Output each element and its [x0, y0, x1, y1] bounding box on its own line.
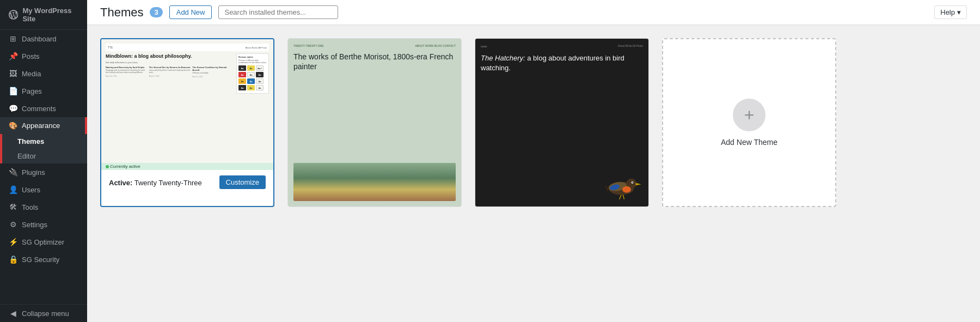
- svg-line-10: [623, 195, 624, 199]
- tt2-logo: ∞∞: [481, 44, 487, 49]
- active-text: Active:: [109, 179, 132, 187]
- sidebar-item-posts[interactable]: 📌 Posts: [0, 47, 87, 65]
- sidebar-item-appearance[interactable]: 🎨 Appearance: [0, 117, 87, 134]
- sidebar-item-editor[interactable]: Editor: [2, 149, 87, 163]
- sg-security-icon: 🔒: [9, 255, 17, 264]
- sidebar-item-users[interactable]: 👤 Users: [0, 181, 87, 198]
- sidebar: My WordPress Site ⊞ Dashboard 📌 Posts 🖼 …: [0, 0, 87, 322]
- site-name: My WordPress Site: [22, 7, 78, 23]
- comments-icon: 💬: [9, 104, 17, 113]
- themes-grid: TTE About Books All Posts Mindblown: a b…: [87, 25, 980, 220]
- add-new-theme-card[interactable]: + Add New Theme: [662, 38, 836, 207]
- sidebar-item-label: Users: [22, 186, 40, 194]
- svg-point-4: [622, 186, 631, 193]
- tt1-nav-links: ABOUT WORK BLOG CONTACT: [415, 44, 456, 47]
- appearance-submenu: Themes Editor: [0, 134, 87, 163]
- help-label: Help: [940, 8, 955, 16]
- page-title: Themes: [100, 5, 143, 20]
- theme-count-badge: 3: [150, 7, 162, 17]
- sidebar-item-comments[interactable]: 💬 Comments: [0, 100, 87, 117]
- sidebar-item-label: Pages: [22, 87, 42, 95]
- appearance-section: 🎨 Appearance Themes Editor: [0, 117, 87, 163]
- collapse-label: Collapse menu: [22, 309, 69, 318]
- topbar: Themes 3 Add New Help ▾: [87, 0, 980, 25]
- theme-info-tt1: Twenty Twenty-One: [288, 206, 461, 207]
- dashboard-icon: ⊞: [9, 34, 17, 43]
- sidebar-item-label: Comments: [22, 105, 56, 113]
- tt1-hero-text: The works of Berthe Morisot, 1800s-era F…: [293, 52, 456, 71]
- theme-thumbnail-tt3: TTE About Books All Posts Mindblown: a b…: [101, 39, 273, 170]
- theme-thumbnail-tt2: ∞∞ About Birds All Posts The Hatchery: a…: [475, 39, 648, 206]
- theme-thumbnail-tt1: TWENTY TWENTY-ONE ABOUT WORK BLOG CONTAC…: [288, 39, 461, 206]
- users-icon: 👤: [9, 185, 17, 194]
- svg-marker-2: [636, 183, 641, 186]
- main-content: Themes 3 Add New Help ▾ TTE About Books …: [87, 0, 980, 322]
- tools-icon: 🛠: [9, 203, 17, 211]
- settings-icon: ⚙: [9, 220, 17, 229]
- sidebar-item-label: Dashboard: [22, 35, 57, 43]
- theme-card-tt3[interactable]: TTE About Books All Posts Mindblown: a b…: [100, 38, 274, 207]
- sidebar-item-label: Appearance: [22, 121, 60, 130]
- tt2-hero-text: The Hatchery: a blog about adventures in…: [481, 53, 643, 73]
- chevron-down-icon: ▾: [957, 8, 961, 16]
- sg-optimizer-icon: ⚡: [9, 238, 17, 246]
- appearance-icon: 🎨: [9, 121, 17, 130]
- sidebar-item-label: SG Security: [22, 256, 59, 264]
- customize-button[interactable]: Customize: [219, 175, 266, 189]
- sidebar-item-label: Posts: [22, 52, 40, 60]
- theme-active-info: Active: Twenty Twenty-Three: [109, 178, 202, 187]
- tt1-nav: TWENTY TWENTY-ONE ABOUT WORK BLOG CONTAC…: [293, 44, 456, 47]
- search-input[interactable]: [218, 5, 338, 19]
- sidebar-item-sg-security[interactable]: 🔒 SG Security: [0, 251, 87, 268]
- active-theme-name: Twenty Twenty-Three: [134, 179, 202, 187]
- sidebar-item-label: Tools: [22, 203, 38, 211]
- sidebar-item-sg-optimizer[interactable]: ⚡ SG Optimizer: [0, 233, 87, 251]
- theme-card-tt2[interactable]: ∞∞ About Birds All Posts The Hatchery: a…: [475, 38, 649, 207]
- sidebar-item-tools[interactable]: 🛠 Tools: [0, 198, 87, 216]
- svg-marker-8: [605, 185, 609, 192]
- sidebar-item-plugins[interactable]: 🔌 Plugins: [0, 163, 87, 181]
- wp-logo[interactable]: My WordPress Site: [0, 0, 87, 30]
- tt2-nav-links: About Birds All Posts: [618, 44, 643, 49]
- sidebar-item-media[interactable]: 🖼 Media: [0, 65, 87, 82]
- svg-line-9: [620, 195, 621, 199]
- sidebar-item-label: Media: [22, 70, 41, 78]
- tt2-bird-image: [599, 168, 643, 201]
- sidebar-item-dashboard[interactable]: ⊞ Dashboard: [0, 30, 87, 47]
- tt1-site-title: TWENTY TWENTY-ONE: [293, 44, 323, 47]
- collapse-icon: ◀: [9, 309, 17, 318]
- sidebar-bottom: ◀ Collapse menu: [0, 304, 87, 322]
- active-label: Active: Twenty Twenty-Three: [109, 179, 202, 187]
- sidebar-item-themes[interactable]: Themes: [2, 134, 87, 149]
- add-new-button[interactable]: Add New: [169, 5, 212, 19]
- theme-info-tt3: Active: Twenty Twenty-Three Customize: [101, 170, 273, 195]
- sidebar-item-settings[interactable]: ⚙ Settings: [0, 216, 87, 233]
- add-new-theme-label: Add New Theme: [721, 138, 777, 147]
- theme-info-tt2: Twenty Twenty-Two: [475, 206, 648, 207]
- media-icon: 🖼: [9, 69, 17, 78]
- svg-point-6: [632, 182, 633, 183]
- collapse-menu-button[interactable]: ◀ Collapse menu: [0, 305, 87, 322]
- tt1-image: [293, 163, 456, 201]
- plus-icon: +: [733, 99, 765, 131]
- pages-icon: 📄: [9, 87, 17, 95]
- plugins-icon: 🔌: [9, 168, 17, 177]
- sidebar-item-pages[interactable]: 📄 Pages: [0, 82, 87, 100]
- topbar-left: Themes 3 Add New: [100, 5, 338, 20]
- tt2-nav: ∞∞ About Birds All Posts: [481, 44, 643, 49]
- theme-card-tt1[interactable]: TWENTY TWENTY-ONE ABOUT WORK BLOG CONTAC…: [287, 38, 462, 207]
- posts-icon: 📌: [9, 52, 17, 60]
- sidebar-item-label: Plugins: [22, 168, 45, 177]
- sidebar-item-label: SG Optimizer: [22, 238, 64, 246]
- help-button[interactable]: Help ▾: [934, 5, 967, 19]
- sidebar-item-label: Settings: [22, 221, 47, 229]
